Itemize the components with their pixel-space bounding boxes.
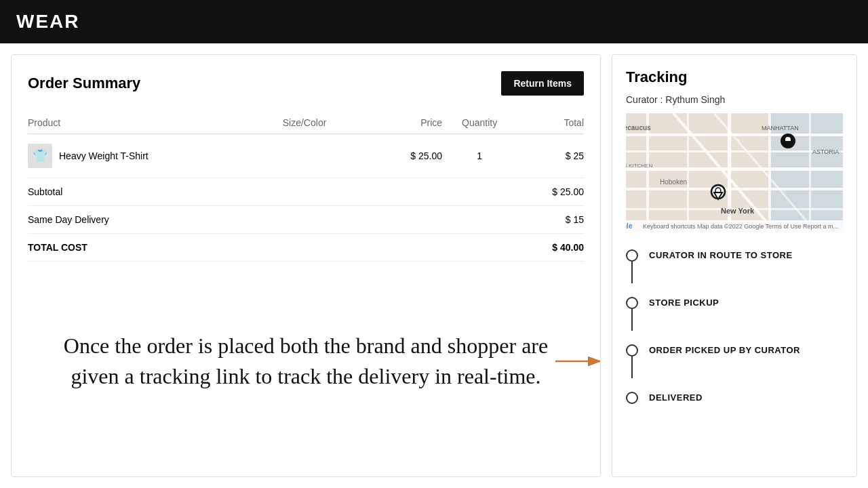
delivery-value: $ 15	[517, 206, 584, 234]
step-indicator-1	[626, 249, 638, 283]
svg-text:New York: New York	[721, 207, 755, 215]
total-value: $ 40.00	[517, 234, 584, 262]
svg-text:Secaucus: Secaucus	[626, 124, 651, 131]
svg-text:Hoboken: Hoboken	[660, 178, 687, 186]
step-line-3	[631, 357, 633, 378]
tracking-title: Tracking	[626, 68, 843, 86]
map-background: Secaucus New York Hoboken MANHATTAN ASTO…	[626, 113, 843, 232]
tracking-arrow-icon	[555, 351, 601, 371]
tracking-panel: Tracking Curator : Rythum Singh	[612, 54, 857, 477]
col-total: Total	[517, 112, 584, 134]
order-summary-panel: Order Summary Return Items Product Size/…	[11, 54, 601, 477]
product-price: $ 25.00	[375, 134, 442, 178]
step-indicator-3	[626, 344, 638, 378]
svg-text:Google: Google	[626, 222, 633, 230]
step-circle-3	[626, 344, 638, 357]
step-circle-1	[626, 249, 638, 262]
tracking-step-3: ORDER PICKED UP BY CURATOR	[626, 338, 843, 385]
order-summary-title: Order Summary	[28, 75, 140, 92]
tshirt-icon: 👕	[33, 148, 47, 163]
svg-text:Keyboard shortcuts   Map data : Keyboard shortcuts Map data ©2022 Google…	[643, 223, 838, 230]
svg-text:MANHATTAN: MANHATTAN	[762, 125, 799, 131]
step-circle-2	[626, 297, 638, 309]
table-header-row: Product Size/Color Price Quantity Total	[28, 112, 584, 134]
tracking-step-1: CURATOR IN ROUTE TO STORE	[626, 243, 843, 290]
step-label-2: STORE PICKUP	[649, 297, 719, 308]
step-circle-4	[626, 392, 638, 404]
total-row: TOTAL COST $ 40.00	[28, 234, 584, 262]
step-label-4: DELIVERED	[649, 392, 703, 403]
svg-text:ASTORIA: ASTORIA	[812, 148, 839, 155]
subtotal-value: $ 25.00	[517, 178, 584, 206]
delivery-label: Same Day Delivery	[28, 206, 283, 234]
app-header: WEAR	[0, 0, 868, 43]
delivery-row: Same Day Delivery $ 15	[28, 206, 584, 234]
curator-label: Curator : Rythum Singh	[626, 94, 843, 105]
product-thumbnail: 👕	[28, 144, 52, 168]
product-name-cell: 👕 Heavy Weight T-Shirt	[28, 134, 283, 178]
col-product: Product	[28, 112, 283, 134]
product-total: $ 25	[517, 134, 584, 178]
tracking-steps: CURATOR IN ROUTE TO STORE STORE PICKUP O…	[626, 243, 843, 463]
product-cell: 👕 Heavy Weight T-Shirt	[28, 144, 283, 168]
main-content: Order Summary Return Items Product Size/…	[0, 43, 868, 488]
product-size-color	[283, 134, 376, 178]
step-indicator-2	[626, 297, 638, 331]
order-table: Product Size/Color Price Quantity Total …	[28, 112, 584, 262]
tracking-step-4: DELIVERED	[626, 385, 843, 411]
svg-rect-13	[809, 113, 811, 232]
tracking-step-2: STORE PICKUP	[626, 290, 843, 338]
product-quantity: 1	[442, 134, 517, 178]
col-quantity: Quantity	[442, 112, 517, 134]
step-indicator-4	[626, 392, 638, 404]
table-row: 👕 Heavy Weight T-Shirt $ 25.00 1 $ 25	[28, 134, 584, 178]
step-line-1	[631, 262, 633, 283]
svg-text:HELL'S KITCHEN: HELL'S KITCHEN	[626, 163, 652, 169]
promo-text-area: Once the order is placed both the brand …	[28, 262, 584, 460]
map-area: Secaucus New York Hoboken MANHATTAN ASTO…	[626, 113, 843, 232]
promo-text: Once the order is placed both the brand …	[55, 331, 557, 392]
product-name: Heavy Weight T-Shirt	[59, 150, 149, 161]
subtotal-row: Subtotal $ 25.00	[28, 178, 584, 206]
app-logo: WEAR	[16, 11, 80, 33]
col-size-color: Size/Color	[283, 112, 376, 134]
return-items-button[interactable]: Return Items	[501, 71, 584, 96]
step-line-2	[631, 309, 633, 331]
col-price: Price	[375, 112, 442, 134]
step-label-1: CURATOR IN ROUTE TO STORE	[649, 249, 793, 260]
step-label-3: ORDER PICKED UP BY CURATOR	[649, 344, 800, 355]
order-summary-header: Order Summary Return Items	[28, 71, 584, 96]
total-label: TOTAL COST	[28, 234, 283, 262]
subtotal-label: Subtotal	[28, 178, 283, 206]
